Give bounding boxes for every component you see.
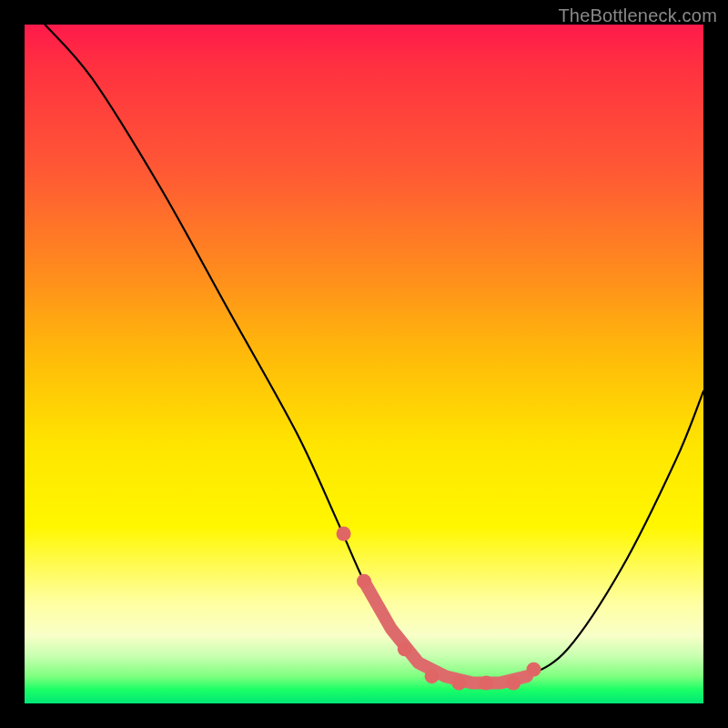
bottleneck-curve xyxy=(45,25,703,684)
chart-frame: TheBottleneck.com xyxy=(0,0,728,728)
chart-svg xyxy=(25,25,703,703)
optimal-range-line xyxy=(364,581,527,683)
optimal-dot xyxy=(479,676,493,691)
optimal-dot xyxy=(527,662,541,677)
optimal-dot xyxy=(425,669,440,683)
optimal-range-dots xyxy=(337,527,541,691)
optimal-dot xyxy=(506,676,521,691)
watermark-text: TheBottleneck.com xyxy=(558,5,717,26)
optimal-dot xyxy=(398,642,412,656)
optimal-dot xyxy=(451,676,466,691)
optimal-dot xyxy=(357,574,371,589)
optimal-dot xyxy=(337,527,351,541)
